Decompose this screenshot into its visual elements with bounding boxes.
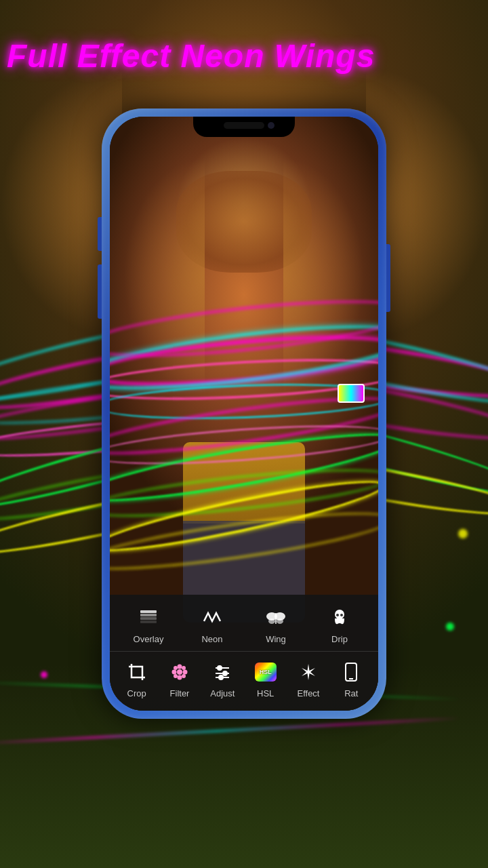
phone-mockup: Overlay Neon (102, 108, 386, 719)
svg-point-14 (177, 675, 182, 680)
drip-icon (327, 606, 352, 630)
filter-label: Filter (170, 688, 190, 698)
filter-icon (167, 660, 192, 684)
phone-side-button-mute (98, 217, 102, 251)
phone-notch (193, 117, 295, 137)
phone-screen: Overlay Neon (110, 117, 378, 711)
screen-content: Overlay Neon (110, 117, 378, 711)
svg-rect-0 (140, 614, 157, 616)
neon-label: Neon (201, 634, 222, 644)
svg-point-9 (335, 610, 344, 619)
crop-tool[interactable]: Crop (115, 660, 158, 698)
overlay-label: Overlay (134, 634, 164, 644)
effect-tool[interactable]: Effect (287, 660, 329, 698)
svg-point-20 (182, 674, 186, 678)
toolbar-bottom-row: Crop (110, 652, 378, 704)
overlay-icon (136, 606, 161, 630)
svg-point-13 (177, 665, 182, 669)
hsl-tool[interactable]: HSL HSL (244, 660, 287, 698)
svg-point-26 (219, 675, 223, 679)
page-title: Full Effect Neon Wings (7, 37, 375, 75)
neon-tool[interactable]: Neon (180, 606, 244, 644)
toolbar: Overlay Neon (110, 595, 378, 711)
rating-icon (339, 660, 363, 684)
hsl-icon: HSL (253, 660, 278, 684)
filter-tool[interactable]: Filter (158, 660, 201, 698)
svg-point-18 (182, 666, 186, 670)
svg-point-19 (174, 674, 178, 678)
crop-icon (125, 660, 149, 684)
phone-side-button-power (386, 244, 390, 312)
svg-point-16 (182, 670, 187, 675)
phone-outer-frame: Overlay Neon (102, 108, 386, 719)
svg-point-11 (340, 614, 343, 616)
toolbar-top-row: Overlay Neon (110, 595, 378, 652)
svg-point-12 (177, 669, 182, 675)
crop-label: Crop (127, 688, 146, 698)
neon-icon (200, 606, 224, 630)
drip-label: Drip (331, 634, 348, 644)
rating-label: Rat (344, 688, 358, 698)
svg-rect-1 (140, 610, 157, 613)
phone-side-button-volume (98, 264, 102, 319)
wing-label: Wing (266, 634, 286, 644)
hsl-label: HSL (257, 688, 274, 698)
svg-rect-2 (140, 617, 157, 620)
drip-tool[interactable]: Drip (308, 606, 371, 644)
wing-icon (264, 606, 288, 630)
adjust-icon (210, 660, 235, 684)
svg-point-17 (174, 666, 178, 670)
svg-point-6 (268, 618, 275, 624)
svg-rect-3 (140, 620, 157, 623)
rating-tool[interactable]: Rat (330, 660, 373, 698)
svg-point-15 (171, 670, 176, 675)
color-picker-indicator[interactable] (338, 384, 365, 403)
effect-icon (296, 660, 321, 684)
adjust-tool[interactable]: Adjust (201, 660, 244, 698)
adjust-label: Adjust (210, 688, 235, 698)
wing-tool[interactable]: Wing (244, 606, 308, 644)
effect-label: Effect (297, 688, 319, 698)
overlay-tool[interactable]: Overlay (117, 606, 180, 644)
svg-point-22 (218, 666, 222, 670)
svg-point-24 (223, 671, 227, 675)
svg-point-10 (336, 614, 339, 616)
svg-point-7 (277, 618, 283, 624)
